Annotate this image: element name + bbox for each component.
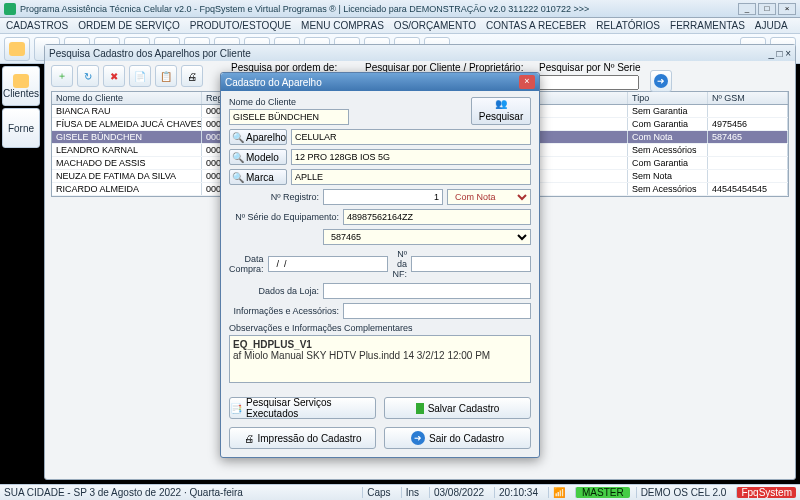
list-icon[interactable]: 📋 [155,65,177,87]
nf-label: Nº da NF: [392,249,407,279]
check-icon: ✔ [416,403,424,414]
inner-title: Pesquisa Cadastro dos Aparelhos por Clie… [49,48,251,59]
col-nome[interactable]: Nome do Cliente [52,92,202,104]
col-gsm[interactable]: Nº GSM [708,92,788,104]
data-compra-label: Data Compra: [229,254,264,274]
tb-people-icon[interactable] [4,37,30,61]
main-title-bar: Programa Assistência Técnica Celular v2.… [0,0,800,18]
arrow-icon: ➜ [411,431,425,445]
menu-relatorios[interactable]: RELATÓRIOS [596,20,660,31]
dados-loja-input[interactable] [323,283,531,299]
servicos-button[interactable]: 📑Pesquisar Serviços Executados [229,397,376,419]
status-brand: FpqSystem [736,487,796,498]
dialog-close-icon[interactable]: × [519,75,535,89]
print-icon[interactable]: 🖨 [181,65,203,87]
modelo-button[interactable]: 🔍Modelo [229,149,287,165]
refresh-icon[interactable]: ↻ [77,65,99,87]
dados-loja-label: Dados da Loja: [229,286,319,296]
inner-min-icon[interactable]: _ [769,48,775,59]
app-icon [4,3,16,15]
sair-button[interactable]: ➜Sair do Cadastro [384,427,531,449]
aparelho-input[interactable] [291,129,531,145]
restore-button[interactable]: □ [758,3,776,15]
menu-compras[interactable]: MENU COMPRAS [301,20,384,31]
dialog-title-bar: Cadastro do Aparelho × [221,73,539,91]
menu-orcamento[interactable]: OS/ORÇAMENTO [394,20,476,31]
status-caps: Caps [362,487,394,498]
status-master: MASTER [575,487,630,498]
pesquisar-button[interactable]: 👥 Pesquisar [471,97,531,125]
list-icon: 📑 [230,403,242,414]
obs-textarea[interactable]: EQ_HDPLUS_V1 af Miolo Manual SKY HDTV Pl… [229,335,531,383]
status-date: 03/08/2022 [429,487,488,498]
menu-bar: CADASTROS ORDEM DE SERVIÇO PRODUTO/ESTOQ… [0,18,800,34]
search-icon: 🔍 [232,172,244,183]
people-icon [13,74,29,88]
search-serial-label: Pesquisar por Nº Serie [539,62,640,73]
tab-fornecedores[interactable]: Forne [2,108,40,148]
nf-input[interactable] [411,256,531,272]
dialog-title: Cadastro do Aparelho [225,77,322,88]
tipo-nota-select[interactable]: Com Nota [447,189,531,205]
status-ins: Ins [401,487,423,498]
menu-ferramentas[interactable]: FERRAMENTAS [670,20,745,31]
inner-close-icon[interactable]: × [785,48,791,59]
menu-ajuda[interactable]: AJUDA [755,20,788,31]
info-acess-input[interactable] [343,303,531,319]
inner-max-icon[interactable]: □ [777,48,783,59]
aparelho-button[interactable]: 🔍Aparelho [229,129,287,145]
gsm-select[interactable]: 587465 [323,229,531,245]
window-title: Programa Assistência Técnica Celular v2.… [20,4,738,14]
data-compra-input[interactable] [268,256,388,272]
nome-cliente-label: Nome do Cliente [229,97,467,107]
impressao-button[interactable]: 🖨Impressão do Cadastro [229,427,376,449]
serie-label: Nº Série do Equipamento: [229,212,339,222]
search-icon: 🔍 [232,152,244,163]
status-demo: DEMO OS CEL 2.0 [636,487,731,498]
status-time: 20:10:34 [494,487,542,498]
menu-os[interactable]: ORDEM DE SERVIÇO [78,20,180,31]
status-city: SUA CIDADE - SP 3 de Agosto de 2022 · Qu… [4,487,243,498]
report-icon[interactable]: 📄 [129,65,151,87]
minimize-button[interactable]: _ [738,3,756,15]
salvar-button[interactable]: ✔Salvar Cadastro [384,397,531,419]
registro-input[interactable] [323,189,443,205]
device-dialog: Cadastro do Aparelho × Nome do Cliente 👥… [220,72,540,458]
col-tipo[interactable]: Tipo [628,92,708,104]
marca-button[interactable]: 🔍Marca [229,169,287,185]
tab-clientes[interactable]: Clientes [2,66,40,106]
add-icon[interactable]: ＋ [51,65,73,87]
close-button[interactable]: × [778,3,796,15]
inner-title-bar: Pesquisa Cadastro dos Aparelhos por Clie… [45,45,795,61]
side-tabs: Clientes Forne [2,66,42,150]
marca-input[interactable] [291,169,531,185]
go-search-icon[interactable]: ➜ [650,70,672,92]
search-serial-input[interactable] [539,75,639,90]
info-acess-label: Informações e Acessórios: [229,306,339,316]
people-icon: 👥 [495,98,507,109]
search-icon: 🔍 [232,132,244,143]
delete-icon[interactable]: ✖ [103,65,125,87]
menu-contas[interactable]: CONTAS A RECEBER [486,20,586,31]
menu-produto[interactable]: PRODUTO/ESTOQUE [190,20,291,31]
print-icon: 🖨 [244,433,254,444]
obs-label: Observações e Informações Complementares [229,323,531,333]
modelo-input[interactable] [291,149,531,165]
menu-cadastros[interactable]: CADASTROS [6,20,68,31]
serie-input[interactable] [343,209,531,225]
registro-label: Nº Registro: [229,192,319,202]
nome-cliente-input[interactable] [229,109,349,125]
status-bar: SUA CIDADE - SP 3 de Agosto de 2022 · Qu… [0,484,800,500]
